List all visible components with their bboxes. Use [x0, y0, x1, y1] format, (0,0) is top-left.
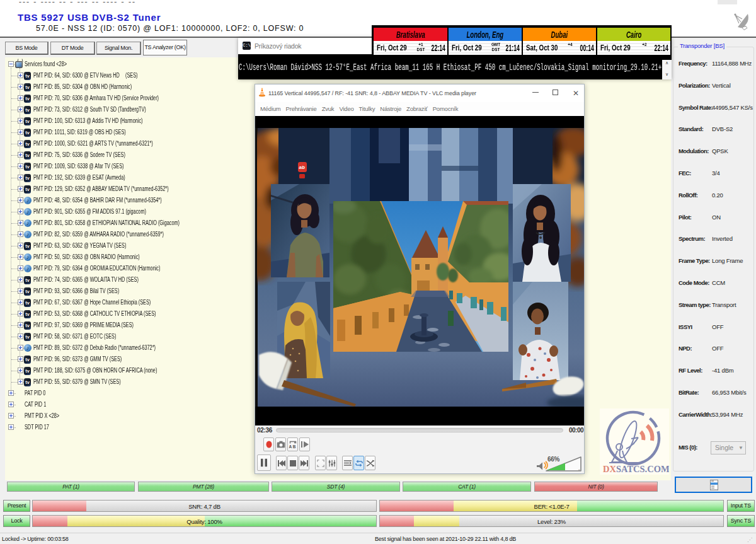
svg-text:DXSATCS.COM: DXSATCS.COM	[603, 464, 669, 474]
svg-text:ab: ab	[299, 165, 305, 170]
svg-text:A B: A B	[289, 444, 295, 449]
svg-text:66%: 66%	[547, 456, 560, 463]
